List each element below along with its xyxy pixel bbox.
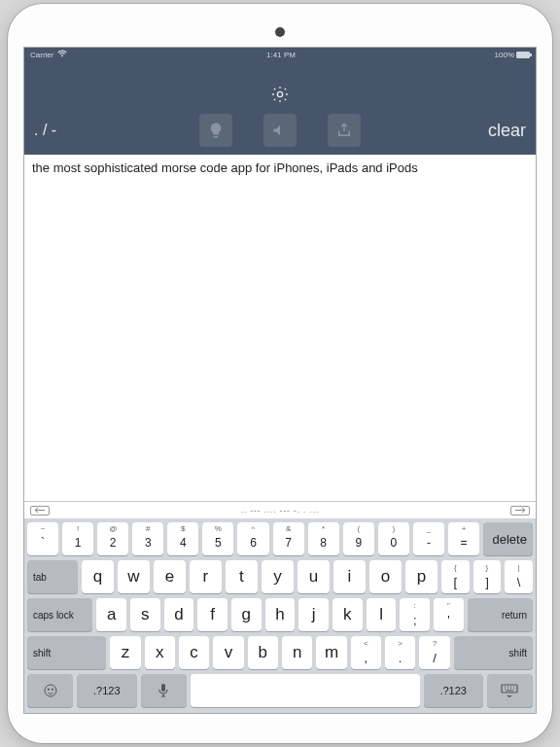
camera-dot <box>275 27 285 37</box>
shift-left-key[interactable]: shift <box>27 636 106 669</box>
key--[interactable]: _- <box>413 522 444 555</box>
app-header: . / - clear <box>24 61 536 155</box>
symbols-left-key[interactable]: .?123 <box>77 674 136 707</box>
sound-button[interactable] <box>263 114 297 147</box>
clock: 1:41 PM <box>266 51 296 59</box>
return-key[interactable]: return <box>468 598 533 631</box>
key-r[interactable]: r <box>190 560 222 593</box>
emoji-key[interactable] <box>27 674 73 707</box>
space-key[interactable] <box>191 674 420 707</box>
key-a[interactable]: a <box>96 598 126 631</box>
key-g[interactable]: g <box>231 598 262 631</box>
period-key[interactable]: >. <box>385 636 415 669</box>
wifi-icon <box>57 50 67 59</box>
carrier-label: Carrier <box>30 51 53 59</box>
flash-button[interactable] <box>199 114 232 147</box>
key-e[interactable]: e <box>154 560 186 593</box>
key-k[interactable]: k <box>332 598 363 631</box>
key-9[interactable]: (9 <box>343 522 374 555</box>
key-6[interactable]: ^6 <box>237 522 268 555</box>
key-c[interactable]: c <box>179 636 209 669</box>
delete-key[interactable]: delete <box>483 522 533 555</box>
key-n[interactable]: n <box>282 636 312 669</box>
svg-rect-5 <box>502 685 517 693</box>
svg-rect-4 <box>161 684 165 692</box>
keyboard-number-row: ~`!1@2#3$4%5^6&7*8(9)0_-+=delete <box>27 522 533 555</box>
shift-right-key[interactable]: shift <box>454 636 533 669</box>
share-button[interactable] <box>328 114 361 147</box>
key-s[interactable]: s <box>130 598 160 631</box>
key-i[interactable]: i <box>333 560 366 593</box>
ipad-frame: Carrier 1:41 PM 100% <box>8 4 552 743</box>
key-y[interactable]: y <box>262 560 294 593</box>
svg-point-0 <box>277 91 282 96</box>
key-z[interactable]: z <box>110 636 140 669</box>
key-v[interactable]: v <box>213 636 243 669</box>
key-f[interactable]: f <box>197 598 228 631</box>
svg-point-3 <box>52 689 52 690</box>
key-8[interactable]: *8 <box>308 522 339 555</box>
mode-toggle[interactable]: . / - <box>34 122 92 139</box>
keyboard-row-q: tab qwertyuiop {[}]|\ <box>27 560 533 593</box>
key-=[interactable]: += <box>448 522 479 555</box>
undo-button[interactable] <box>30 506 50 516</box>
key-x[interactable]: x <box>145 636 175 669</box>
battery-indicator: 100% <box>495 51 530 59</box>
screen: Carrier 1:41 PM 100% <box>23 47 537 714</box>
key-d[interactable]: d <box>164 598 194 631</box>
comma-key[interactable]: <, <box>351 636 381 669</box>
key-o[interactable]: o <box>369 560 402 593</box>
semicolon-key[interactable]: :; <box>400 598 430 631</box>
keyboard-bottom-row: .?123 .?123 <box>27 674 533 707</box>
battery-percent: 100% <box>495 51 514 59</box>
status-bar: Carrier 1:41 PM 100% <box>24 48 536 61</box>
svg-point-2 <box>48 689 49 690</box>
redo-button[interactable] <box>510 506 530 516</box>
key-u[interactable]: u <box>298 560 330 593</box>
key-\[interactable]: |\ <box>505 560 533 593</box>
symbols-right-key[interactable]: .?123 <box>424 674 483 707</box>
capslock-key[interactable]: caps lock <box>27 598 92 631</box>
dictation-key[interactable] <box>141 674 187 707</box>
key-4[interactable]: $4 <box>167 522 198 555</box>
key-1[interactable]: !1 <box>62 522 93 555</box>
tab-key[interactable]: tab <box>27 560 78 593</box>
key-0[interactable]: )0 <box>378 522 409 555</box>
key-p[interactable]: p <box>405 560 438 593</box>
keyboard: ~`!1@2#3$4%5^6&7*8(9)0_-+=delete tab qwe… <box>24 518 536 713</box>
key-h[interactable]: h <box>265 598 296 631</box>
key-b[interactable]: b <box>248 636 278 669</box>
key-][interactable]: }] <box>473 560 502 593</box>
text-input[interactable]: the most sophisticated morse code app fo… <box>24 155 536 501</box>
morse-output-bar: .. --- .... --- -. . ... <box>24 501 536 518</box>
key-m[interactable]: m <box>316 636 346 669</box>
key-l[interactable]: l <box>367 598 397 631</box>
key-t[interactable]: t <box>226 560 258 593</box>
key-w[interactable]: w <box>118 560 150 593</box>
keyboard-row-z: shift zxcvbnm <, >. ?/ shift <box>27 636 533 669</box>
key-7[interactable]: &7 <box>273 522 304 555</box>
key-2[interactable]: @2 <box>97 522 128 555</box>
clear-button[interactable]: clear <box>468 121 526 141</box>
key-`[interactable]: ~` <box>27 522 58 555</box>
keyboard-row-a: caps lock asdfghjkl :; "' return <box>27 598 533 631</box>
settings-button[interactable] <box>266 81 294 108</box>
hide-keyboard-key[interactable] <box>487 674 533 707</box>
slash-key[interactable]: ?/ <box>419 636 449 669</box>
svg-point-1 <box>45 685 56 696</box>
morse-output: .. --- .... --- -. . ... <box>50 506 510 515</box>
key-3[interactable]: #3 <box>132 522 163 555</box>
tool-buttons <box>199 114 361 147</box>
key-5[interactable]: %5 <box>202 522 233 555</box>
quote-key[interactable]: "' <box>434 598 464 631</box>
toolbar: . / - clear <box>24 114 536 147</box>
key-q[interactable]: q <box>82 560 114 593</box>
key-j[interactable]: j <box>298 598 329 631</box>
key-[[interactable]: {[ <box>441 560 470 593</box>
